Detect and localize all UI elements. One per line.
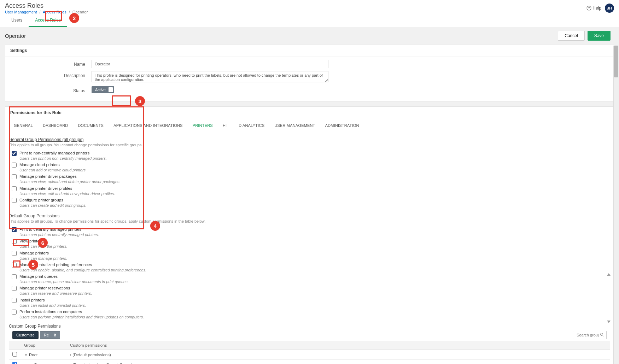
tab-user-management[interactable]: USER MANAGEMENT xyxy=(269,119,320,132)
tab-apps-integrations[interactable]: APPLICATIONS AND INTEGRATIONS xyxy=(109,119,187,132)
ggp-checkbox[interactable] xyxy=(12,198,17,203)
ggp-label: Manage printer driver profiles xyxy=(19,186,115,191)
row-permission-text: (Permissions from Parent Group) xyxy=(72,363,132,364)
tab-history-analytics-left[interactable]: HI xyxy=(218,119,228,132)
dgp-title: Default Group Permissions xyxy=(9,213,59,218)
ggp-desc: Users can view, edit and add new printer… xyxy=(19,191,115,196)
row-checkbox[interactable] xyxy=(12,362,17,364)
ggp-checkbox[interactable] xyxy=(12,186,17,191)
permissions-panel-header: Permissions for this Role xyxy=(5,107,614,119)
ggp-item: Manage printer driver packagesUsers can … xyxy=(9,173,610,185)
table-row[interactable]: ▸G/(Permissions from Parent Group) xyxy=(9,360,610,364)
tab-printers[interactable]: PRINTERS xyxy=(188,119,218,132)
ggp-label: Manage printer driver packages xyxy=(19,174,121,179)
tab-access-roles[interactable]: Access Roles xyxy=(29,15,67,27)
ggp-checkbox[interactable] xyxy=(12,151,17,156)
svg-line-3 xyxy=(603,335,604,336)
dgp-checkbox[interactable] xyxy=(12,310,17,315)
avatar[interactable]: JH xyxy=(605,4,614,13)
cgp-title: Custom Group Permissions xyxy=(9,324,61,329)
ggp-desc: Users can create and edit print groups. xyxy=(19,203,87,208)
dgp-checkbox[interactable] xyxy=(12,251,17,256)
status-toggle[interactable]: Active xyxy=(92,86,114,93)
save-button[interactable]: Save xyxy=(588,31,611,41)
breadcrumb-access-roles[interactable]: Access Roles xyxy=(43,10,66,14)
tab-administration[interactable]: ADMINISTRATION xyxy=(320,119,364,132)
svg-text:?: ? xyxy=(588,7,590,10)
ggp-label: Print to non-centrally managed printers xyxy=(19,151,107,156)
settings-panel-header: Settings xyxy=(5,45,614,57)
group-name: Root xyxy=(29,353,37,357)
description-input[interactable]: This profile is designed for printing op… xyxy=(92,71,328,82)
dgp-label: Manage printers xyxy=(19,251,67,256)
ggp-desc: Users can print on non-centrally managed… xyxy=(19,156,107,161)
inner-scroll-down-icon[interactable] xyxy=(607,321,611,323)
tree-toggle-icon[interactable]: ▾ xyxy=(24,353,28,357)
help-link[interactable]: ? Help xyxy=(586,6,601,11)
general-group-permissions: General Group Permissions (all groups) T… xyxy=(9,137,610,209)
custom-group-permissions: Custom Group Permissions Customize Re lt xyxy=(9,324,610,364)
dgp-item: Manage printersUsers can manage printers… xyxy=(9,250,610,262)
group-search-input[interactable] xyxy=(575,331,600,339)
dgp-desc: Users can enable, disable, and configure… xyxy=(19,268,146,272)
dgp-item: View printersUsers can view the printers… xyxy=(9,238,610,249)
tab-dashboard[interactable]: DASHBOARD xyxy=(38,119,73,132)
dgp-label: Manage printer reservations xyxy=(19,286,92,291)
table-row[interactable]: ▾Root/(Default permissions) xyxy=(9,350,610,360)
scrollbar-thumb[interactable] xyxy=(614,46,618,77)
dgp-item: Manage printer reservationsUsers can res… xyxy=(9,285,610,297)
role-title: Operator xyxy=(5,33,26,39)
dgp-desc: Users can perform printer installations … xyxy=(19,315,144,319)
dgp-label: View printers xyxy=(19,239,68,244)
dgp-label: Perform installations on computers xyxy=(19,309,144,315)
dgp-checkbox[interactable] xyxy=(12,298,17,303)
dgp-label: Manage print queues xyxy=(19,274,129,279)
vertical-scrollbar[interactable] xyxy=(613,46,619,364)
dgp-checkbox[interactable] xyxy=(12,286,17,291)
ggp-desc: User can add or remove cloud printers xyxy=(19,168,86,172)
inner-scroll-up-icon[interactable] xyxy=(607,273,611,276)
dgp-desc: Users can print on centrally managed pri… xyxy=(19,232,99,237)
dgp-item: Print to centrally managed printersUsers… xyxy=(9,226,610,238)
tab-history-analytics-right[interactable]: D ANALYTICS xyxy=(228,119,269,132)
page-header: Operator Cancel Save xyxy=(0,27,619,44)
dgp-label: Install printers xyxy=(19,298,86,303)
breadcrumb-user-management[interactable]: User Management xyxy=(5,10,37,14)
customize-button[interactable]: Customize xyxy=(12,331,39,339)
settings-panel: Settings Name Description This profile i… xyxy=(5,44,614,101)
group-permissions-table: Group Custom permissions ▾Root/(Default … xyxy=(9,341,610,364)
ggp-label: Manage cloud printers xyxy=(19,162,86,168)
ggp-item: Print to non-centrally managed printersU… xyxy=(9,150,610,162)
dgp-checkbox[interactable] xyxy=(12,227,17,232)
ggp-label: Configure printer groups xyxy=(19,198,87,203)
ggp-checkbox[interactable] xyxy=(12,163,17,168)
ggp-checkbox[interactable] xyxy=(12,174,17,179)
dgp-checkbox[interactable] xyxy=(12,263,17,268)
ggp-title: General Group Permissions (all groups) xyxy=(9,137,83,142)
tab-documents[interactable]: DOCUMENTS xyxy=(73,119,109,132)
breadcrumb: User Management / Access Roles / Operato… xyxy=(5,10,88,14)
cancel-button[interactable]: Cancel xyxy=(558,31,584,41)
name-input[interactable] xyxy=(92,60,328,68)
reset-default-button[interactable]: Re lt xyxy=(40,331,60,339)
dgp-sub: This applies to all groups. To change pe… xyxy=(9,219,610,223)
row-checkbox[interactable] xyxy=(12,352,17,357)
ggp-item: Manage cloud printersUser can add or rem… xyxy=(9,162,610,173)
group-search[interactable] xyxy=(573,331,607,339)
name-label: Name xyxy=(10,60,92,67)
dgp-item: Perform installations on computersUsers … xyxy=(9,309,610,320)
dgp-item: Manage print queuesUsers can resume, pau… xyxy=(9,273,610,285)
dgp-item: Manage centralized printing preferencesU… xyxy=(9,262,610,273)
dgp-checkbox[interactable] xyxy=(12,239,17,244)
dgp-desc: Users can reserve and unreserve printers… xyxy=(19,291,92,296)
status-label: Status xyxy=(10,86,92,93)
tree-toggle-icon[interactable]: ▸ xyxy=(29,363,33,364)
dgp-desc: Users can manage printers. xyxy=(19,256,67,261)
tab-general[interactable]: GENERAL xyxy=(9,119,38,132)
description-label: Description xyxy=(10,71,92,78)
tab-users[interactable]: Users xyxy=(5,15,29,27)
top-bar: Access Roles User Management / Access Ro… xyxy=(0,0,619,14)
dgp-checkbox[interactable] xyxy=(12,274,17,279)
dgp-desc: Users can resume, pause and clear docume… xyxy=(19,279,129,284)
page-title: Access Roles xyxy=(5,2,88,10)
